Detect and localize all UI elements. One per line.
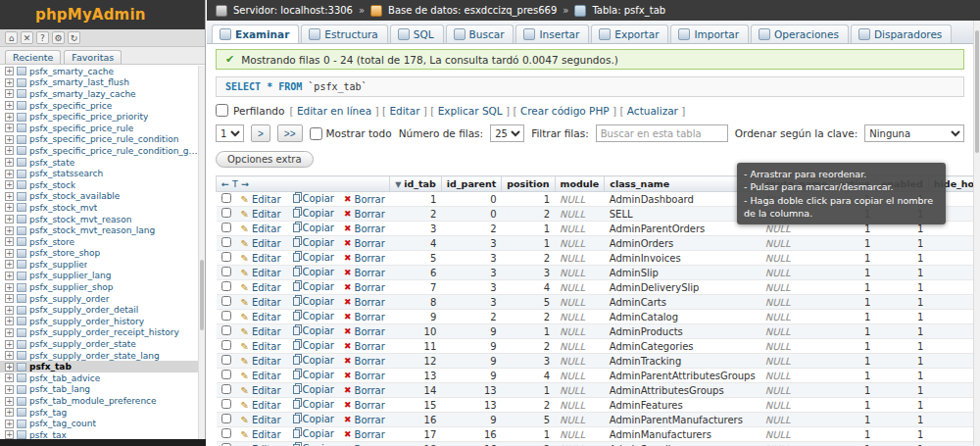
expand-icon[interactable]: + [5,317,14,325]
sidebar-item-psfx_tab_lang[interactable]: +psfx_tab_lang [0,384,198,396]
sidebar-item-psfx_specific_price_rule_condition[interactable]: +psfx_specific_price_rule_condition [0,134,198,146]
expand-icon[interactable]: + [5,180,14,189]
expand-icon[interactable]: + [5,203,14,212]
copy-link[interactable]: Copiar [291,281,334,292]
expand-icon[interactable]: + [5,260,14,269]
sidebar-item-psfx_specific_price_rule_condition_group[interactable]: +psfx_specific_price_rule_condition_grou… [0,145,198,157]
expand-icon[interactable]: + [5,170,14,178]
next-page-button[interactable]: > [251,124,270,142]
row-checkbox[interactable] [221,428,231,438]
expand-icon[interactable]: + [5,158,14,167]
breadcrumb-database[interactable]: Base de datos: esxdccizq_pres669 [388,5,557,16]
sidebar-item-psfx_stock_mvt_reason_lang[interactable]: +psfx_stock_mvt_reason_lang [0,224,198,236]
expand-icon[interactable]: + [5,113,14,122]
copy-link[interactable]: Copiar [291,340,334,351]
copy-link[interactable]: Copiar [291,252,334,263]
expand-icon[interactable]: + [5,373,14,382]
edit-link[interactable]: ✎Editar [241,238,281,249]
edit-link[interactable]: ✎Editar [241,400,281,411]
recent-tables-tab[interactable]: Reciente [5,50,61,64]
tab-buscar[interactable]: Buscar [446,25,514,43]
delete-link[interactable]: ✖Borrar [344,297,385,308]
edit-link[interactable]: ✎Editar [241,326,281,337]
expand-icon[interactable]: + [5,124,14,132]
expand-icon[interactable]: + [5,328,14,337]
delete-link[interactable]: ✖Borrar [344,415,385,425]
row-checkbox[interactable] [221,355,231,365]
filter-input[interactable] [596,124,728,142]
sidebar-item-psfx_stock_mvt_reason[interactable]: +psfx_stock_mvt_reason [0,214,198,225]
sidebar-item-psfx_tag[interactable]: +psfx_tag [0,407,198,419]
delete-link[interactable]: ✖Borrar [344,356,385,367]
sidebar-item-psfx_specific_price_rule[interactable]: +psfx_specific_price_rule [0,123,198,134]
delete-link[interactable]: ✖Borrar [344,209,385,220]
tab-importar[interactable]: Importar [670,25,749,43]
expand-icon[interactable]: + [5,135,14,144]
edit-link[interactable]: ✎Editar [241,415,281,425]
col-header-module[interactable]: module [555,176,605,192]
tab-operaciones[interactable]: Operaciones [751,25,849,43]
edit-link[interactable]: ✎Editar [241,429,281,440]
copy-link[interactable]: Copiar [291,193,334,204]
sidebar-item-psfx_supply_order_state[interactable]: +psfx_supply_order_state [0,338,198,350]
edit-link[interactable]: ✎Editar [241,385,281,396]
sidebar-item-psfx_tax[interactable]: +psfx_tax [0,429,198,439]
sidebar-item-psfx_state[interactable]: +psfx_state [0,157,198,169]
copy-link[interactable]: Copiar [291,355,334,366]
edit-link[interactable]: ✎Editar [241,356,281,367]
sidebar-item-psfx_tab_advice[interactable]: +psfx_tab_advice [0,372,198,384]
edit-link[interactable]: ✎Editar [241,209,281,220]
row-checkbox[interactable] [221,193,231,203]
delete-link[interactable]: ✖Borrar [344,326,385,337]
sidebar-item-psfx_tab_module_preference[interactable]: +psfx_tab_module_preference [0,395,198,407]
expand-icon[interactable]: + [5,67,14,75]
copy-link[interactable]: Copiar [291,267,334,277]
edit-link[interactable]: ✎Editar [241,253,281,264]
delete-link[interactable]: ✖Borrar [344,223,385,234]
show-all-checkbox[interactable] [310,127,322,140]
docs-icon[interactable]: ? [36,31,49,44]
expand-icon[interactable]: + [5,237,14,246]
expand-icon[interactable]: + [5,78,14,87]
edit-link[interactable]: ✎Editar [241,371,281,381]
home-icon[interactable]: ⌂ [5,31,18,44]
delete-link[interactable]: ✖Borrar [344,371,385,381]
col-header-id_tab[interactable]: ▼ id_tab [390,176,442,192]
expand-icon[interactable]: + [5,351,14,360]
copy-link[interactable]: Copiar [291,311,334,322]
sidebar-item-psfx_store_shop[interactable]: +psfx_store_shop [0,248,198,260]
copy-link[interactable]: Copiar [291,208,334,219]
sidebar-item-psfx_stock_available[interactable]: +psfx_stock_available [0,191,198,203]
breadcrumb-server[interactable]: Servidor: localhost:3306 [233,5,353,16]
expand-icon[interactable]: + [5,272,14,280]
tab-examinar[interactable]: Examinar [212,25,299,43]
expand-icon[interactable]: + [5,397,14,406]
col-header-id_parent[interactable]: id_parent [441,176,501,192]
row-checkbox[interactable] [221,208,231,218]
sidebar-item-psfx_supply_order_history[interactable]: +psfx_supply_order_history [0,316,198,327]
exit-icon[interactable]: ✕ [21,31,33,44]
delete-link[interactable]: ✖Borrar [344,400,385,411]
copy-link[interactable]: Copiar [291,384,334,395]
tab-insertar[interactable]: Insertar [515,25,589,43]
sidebar-item-psfx_supplier[interactable]: +psfx_supplier [0,259,198,271]
row-checkbox[interactable] [221,414,231,423]
sidebar-item-psfx_supply_order_detail[interactable]: +psfx_supply_order_detail [0,304,198,316]
row-checkbox[interactable] [221,223,231,232]
sidebar-item-psfx_specific_price[interactable]: +psfx_specific_price [0,100,198,112]
profiling-link-editar-en-l-nea[interactable]: Editar en línea [297,105,371,117]
delete-link[interactable]: ✖Borrar [344,341,385,352]
main-scrollbar-thumb[interactable] [975,30,979,153]
sidebar-item-psfx_smarty_cache[interactable]: +psfx_smarty_cache [0,66,198,77]
expand-icon[interactable]: + [5,340,14,349]
tab-sql[interactable]: SQL [390,25,444,43]
delete-link[interactable]: ✖Borrar [344,282,385,293]
copy-link[interactable]: Copiar [291,370,334,380]
main-scrollbar[interactable] [973,21,980,446]
sidebar-item-psfx_supply_order_receipt_history[interactable]: +psfx_supply_order_receipt_history [0,327,198,339]
page-select[interactable]: 1 [216,124,244,142]
expand-icon[interactable]: + [5,192,14,201]
row-checkbox[interactable] [221,325,231,335]
profiling-link-explicar-sql[interactable]: Explicar SQL [438,105,503,117]
expand-icon[interactable]: + [5,249,14,258]
